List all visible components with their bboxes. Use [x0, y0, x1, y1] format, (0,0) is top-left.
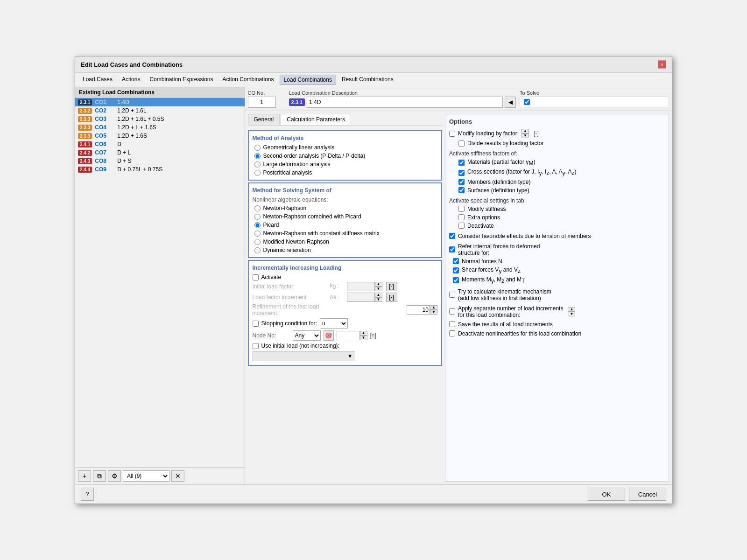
solver-modified-newton[interactable]: Modified Newton-Raphson — [254, 238, 437, 245]
solver-picard[interactable]: Picard — [254, 222, 437, 228]
load-factor-incr-minus[interactable]: [-] — [386, 293, 397, 302]
refer-internal-checkbox[interactable] — [449, 246, 455, 252]
add-combo-button[interactable]: + — [78, 470, 91, 482]
modify-loading-up[interactable]: ▲ — [521, 129, 529, 133]
save-results-checkbox[interactable] — [449, 321, 455, 327]
stiffness-surfaces-checkbox[interactable] — [458, 187, 465, 193]
refinement-up[interactable]: ▲ — [430, 305, 437, 310]
separate-increments-checkbox[interactable] — [449, 308, 455, 315]
solver-newton-constant[interactable]: Newton-Raphson with constant stiffness m… — [254, 230, 437, 237]
menu-load-combinations[interactable]: Load Combinations — [280, 75, 336, 85]
ok-button[interactable]: OK — [588, 488, 625, 501]
calc-tabs: General Calculation Parameters — [248, 114, 442, 126]
combo-row[interactable]: 2.3.3CO41.2D + L + 1.6S — [75, 123, 245, 132]
refinement-input[interactable] — [407, 305, 430, 315]
menu-combination-expressions[interactable]: Combination Expressions — [146, 75, 217, 85]
save-results-row: Save the results of all load increments — [449, 321, 665, 328]
kinematic-checkbox[interactable] — [449, 292, 455, 298]
stopping-select[interactable]: u — [320, 318, 348, 329]
solver-newton-raphson[interactable]: Newton-Raphson — [254, 205, 437, 211]
method-postcritical[interactable]: Postcritical analysis — [254, 169, 437, 176]
combo-row[interactable]: 2.4.2CO7D + L — [75, 148, 245, 157]
normal-forces-row: Normal forces N — [453, 258, 665, 265]
node-picker-button[interactable]: 🎯 — [324, 330, 334, 341]
special-title: Activate special settings in tab: — [449, 197, 665, 204]
load-factor-incr-row: Load factor increment Δk : ▲ ▼ [-] — [253, 293, 437, 302]
co-desc-back-button[interactable]: ◀ — [505, 97, 516, 108]
initial-load-down[interactable]: ▼ — [375, 287, 382, 291]
initial-load-minus[interactable]: [-] — [386, 282, 397, 291]
help-icon-button[interactable]: ? — [81, 488, 94, 501]
moments-checkbox[interactable] — [453, 277, 459, 283]
stiffness-materials-checkbox[interactable] — [458, 160, 465, 166]
load-dropdown[interactable]: ▼ — [253, 351, 355, 361]
node-down[interactable]: ▼ — [360, 336, 367, 340]
node-up[interactable]: ▲ — [360, 331, 367, 336]
consider-favorable-checkbox[interactable] — [449, 233, 455, 239]
separate-incr-down[interactable]: ▼ — [568, 312, 575, 316]
close-button[interactable]: × — [658, 60, 666, 69]
refinement-down[interactable]: ▼ — [430, 310, 437, 315]
combo-expr: D + L — [117, 149, 241, 156]
refinement-spin: ▲ ▼ — [407, 305, 437, 315]
divide-results-label: Divide results by loading factor — [467, 140, 543, 147]
copy-combo-button[interactable]: ⧉ — [93, 470, 106, 482]
extra-options-checkbox[interactable] — [458, 214, 465, 220]
deactivate-nonlinearities-checkbox[interactable] — [449, 330, 455, 336]
normal-forces-checkbox[interactable] — [453, 258, 459, 264]
node-select[interactable]: Any — [293, 330, 321, 341]
modify-stiffness-row: Modify stiffness — [458, 206, 665, 212]
separate-incr-up[interactable]: ▲ — [568, 307, 575, 312]
tab-general[interactable]: General — [248, 114, 280, 125]
deactivate-special-checkbox[interactable] — [458, 223, 465, 229]
stiffness-cross-checkbox[interactable] — [458, 170, 465, 176]
menu-load-cases[interactable]: Load Cases — [79, 75, 116, 85]
co-no-input[interactable] — [248, 97, 276, 108]
menu-actions[interactable]: Actions — [118, 75, 144, 85]
solver-dynamic-relaxation[interactable]: Dynamic relaxation — [254, 247, 437, 253]
stiffness-members-checkbox[interactable] — [458, 179, 465, 185]
stiffness-title: Activate stiffness factors of: — [449, 150, 665, 157]
settings-combo-button[interactable]: ⚙ — [108, 470, 121, 482]
modify-stiffness-checkbox[interactable] — [458, 206, 465, 212]
load-factor-incr-up[interactable]: ▲ — [375, 293, 382, 297]
modify-loading-label: Modify loading by factor: — [458, 130, 519, 137]
left-panel: Existing Load Combinations 2.3.1CO11.4D2… — [75, 87, 245, 484]
to-solve-checkbox[interactable] — [524, 99, 530, 105]
kinematic-row: Try to calculate kinematic mechanism(add… — [449, 288, 665, 301]
initial-load-up[interactable]: ▲ — [375, 282, 382, 287]
to-solve-section: To Solve — [520, 90, 669, 108]
dropdown-arrow-icon: ▼ — [347, 353, 353, 359]
use-initial-checkbox[interactable] — [253, 343, 259, 349]
node-input[interactable] — [337, 331, 360, 340]
activate-checkbox[interactable] — [253, 274, 259, 280]
method-second-order[interactable]: Second-order analysis (P-Delta / P-delta… — [254, 153, 437, 159]
combo-row[interactable]: 2.4.3CO8D + S — [75, 157, 245, 165]
shear-forces-checkbox[interactable] — [453, 267, 459, 273]
load-factor-incr-down[interactable]: ▼ — [375, 297, 382, 302]
method-geometrically-linear[interactable]: Geometrically linear analysis — [254, 144, 437, 151]
stopping-checkbox[interactable] — [253, 321, 259, 327]
menu-action-combinations[interactable]: Action Combinations — [218, 75, 277, 85]
filter-select[interactable]: All (9) — [123, 470, 169, 482]
tab-calc-params[interactable]: Calculation Parameters — [281, 114, 351, 125]
menu-result-combinations[interactable]: Result Combinations — [338, 75, 397, 85]
solver-newton-raphson-picard[interactable]: Newton-Raphson combined with Picard — [254, 213, 437, 220]
method-large-deformation[interactable]: Large deformation analysis — [254, 161, 437, 168]
divide-results-checkbox[interactable] — [458, 140, 465, 147]
combo-row[interactable]: 2.3.1CO11.4D — [75, 98, 245, 106]
initial-load-input[interactable] — [347, 282, 375, 291]
delete-combo-button[interactable]: ✕ — [171, 470, 184, 482]
modify-loading-down[interactable]: ▼ — [521, 133, 529, 138]
co-desc-input[interactable] — [307, 97, 503, 108]
cancel-button[interactable]: Cancel — [629, 488, 666, 501]
combo-row[interactable]: 2.4.1CO6D — [75, 140, 245, 148]
combo-row[interactable]: 2.3.3CO31.2D + 1.6L + 0.5S — [75, 115, 245, 123]
combo-row[interactable]: 2.3.3CO51.2D + 1.6S — [75, 132, 245, 140]
combo-list: 2.3.1CO11.4D2.3.2CO21.2D + 1.6L2.3.3CO31… — [75, 98, 245, 467]
modify-loading-checkbox[interactable] — [449, 131, 455, 137]
combo-row[interactable]: 2.3.2CO21.2D + 1.6L — [75, 106, 245, 115]
nonlinear-label: Nonlinear algebraic equations: — [253, 196, 437, 203]
load-factor-incr-input[interactable] — [347, 293, 375, 302]
combo-row[interactable]: 2.4.4CO9D + 0.75L + 0.75S — [75, 165, 245, 174]
